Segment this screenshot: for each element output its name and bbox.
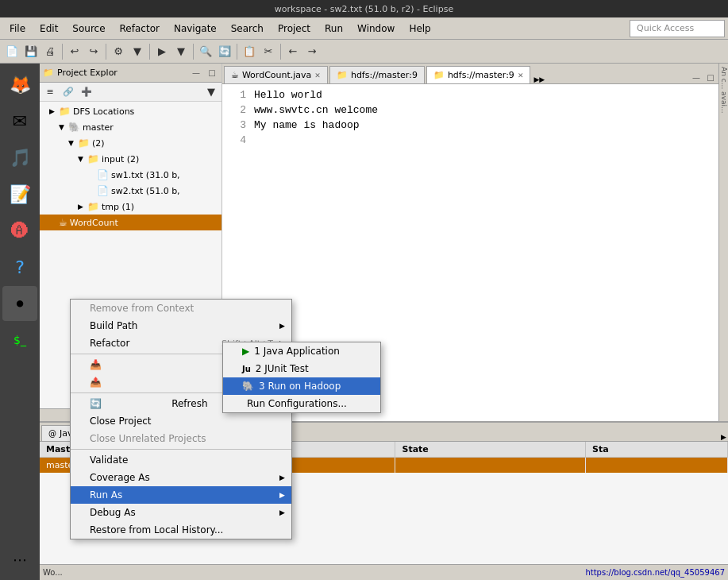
tab-hdfs1[interactable]: 📁 hdfs://master:9 [329,66,425,83]
ctx-restore[interactable]: Restore from Local History... [71,521,291,539]
toolbar-btn11[interactable]: 📋 [241,43,258,60]
ctx-remove-context[interactable]: Remove from Context [71,300,291,317]
menu-help[interactable]: Help [403,21,437,36]
toolbar-btn3[interactable]: 🖨 [41,43,59,60]
ctx-validate[interactable]: Validate [71,451,291,469]
quick-access[interactable]: Quick Access [630,20,725,37]
tree-dfs[interactable]: ▶ 📁 DFS Locations [40,103,221,119]
menu-search[interactable]: Search [225,21,270,36]
toolbar-btn5[interactable]: ↪ [85,43,102,60]
link-editor-btn[interactable]: 🔗 [60,83,77,101]
line-numbers: 1 2 3 4 [222,87,251,148]
toolbar-btn2[interactable]: 💾 [22,43,40,60]
cell-state [395,458,586,474]
toolbar-forward-btn[interactable]: → [303,43,321,60]
menu-bar: File Edit Source Refactor Navigate Searc… [0,17,728,40]
sidebar-writer[interactable]: 📝 [2,176,37,211]
project-icon: 📁 [43,68,54,79]
tree-wordcount[interactable]: ☕ WordCount [40,215,221,230]
menu-file[interactable]: File [3,21,32,36]
toolbar-sep2 [106,44,106,60]
ctx-debug-as[interactable]: Debug As ▶ [71,504,291,521]
status-bar: Wo... https://blog.csdn.net/qq_45059467 [40,564,728,580]
tab-hdfs1-icon: 📁 [337,70,348,80]
minimize-btn[interactable]: — [190,67,202,79]
run-as-submenu: ▶ 1 Java Application Ju 2 JUnit Test 🐘 3… [222,342,381,413]
menu-refactor[interactable]: Refactor [114,21,166,36]
tree-tmp[interactable]: ▶ 📁 tmp (1) [40,199,221,215]
tree-root2[interactable]: ▼ 📁 (2) [40,135,221,151]
project-explorer-header: 📁 Project Explor — □ [40,64,221,83]
title-text: workspace - sw2.txt (51.0 b, r2) - Eclip… [275,4,453,14]
tab-overflow[interactable]: ▶▶ [533,75,545,83]
right-panel: An c... avai... [718,64,728,421]
maximize-btn[interactable]: □ [206,67,218,79]
view-menu-btn[interactable]: ▼ [202,83,220,101]
submenu-hadoop[interactable]: 🐘 3 Run on Hadoop [223,377,380,395]
right-panel-label[interactable]: An c... avai... [720,64,728,114]
tab-javadoc-icon: @ [48,429,56,438]
menu-run[interactable]: Run [318,21,349,36]
title-bar: workspace - sw2.txt (51.0 b, r2) - Eclip… [0,0,728,17]
toolbar-new-btn[interactable]: 📄 [3,43,21,60]
toolbar-sep4 [193,44,194,60]
tree-master[interactable]: ▼ 🐘 master [40,119,221,135]
project-explorer-title: Project Explor [57,68,187,78]
tab-wordcount-label: WordCount.java [242,70,311,80]
ctx-sep3 [71,449,291,450]
sidebar-help[interactable]: ? [2,249,37,284]
tree-input[interactable]: ▼ 📁 input (2) [40,151,221,167]
status-link[interactable]: https://blog.csdn.net/qq_45059467 [585,568,725,577]
collapse-all-btn[interactable]: ≡ [41,83,59,101]
menu-project[interactable]: Project [272,21,317,36]
menu-navigate[interactable]: Navigate [168,21,223,36]
editor-tab-bar: ☕ WordCount.java ✕ 📁 hdfs://master:9 📁 h… [222,64,718,84]
toolbar-run-btn[interactable]: ▶ [153,43,171,60]
menu-source[interactable]: Source [66,21,111,36]
ctx-close-project[interactable]: Close Project [71,412,291,430]
junit-icon: Ju [242,365,251,373]
ctx-run-as[interactable]: Run As ▶ [71,486,291,504]
toolbar-btn7[interactable]: ▼ [129,43,146,60]
toolbar-btn4[interactable]: ↩ [66,43,83,60]
sidebar-eclipse[interactable]: ⚫ [2,286,37,321]
toolbar-btn9[interactable]: 🔍 [197,43,214,60]
toolbar-btn6[interactable]: ⚙ [110,43,127,60]
sidebar-firefox[interactable]: 🦊 [2,67,37,102]
sidebar-terminal[interactable]: $_ [2,323,37,358]
tree-sw1[interactable]: 📄 sw1.txt (31.0 b, [40,167,221,183]
submenu-junit[interactable]: Ju 2 JUnit Test [223,360,380,377]
toolbar-sep6 [280,44,281,60]
menu-window[interactable]: Window [351,21,401,36]
editor-min-btn[interactable]: — [690,71,703,83]
tab-wordcount-close[interactable]: ✕ [314,72,321,79]
menu-edit[interactable]: Edit [33,21,64,36]
toolbar: 📄 💾 🖨 ↩ ↪ ⚙ ▼ ▶ ▼ 🔍 🔄 📋 ✂ ← → [0,40,728,64]
context-menu: Remove from Context Build Path ▶ Refacto… [70,299,292,539]
tab-wordcount[interactable]: ☕ WordCount.java ✕ [224,66,328,83]
sidebar-apps[interactable]: ⋯ [2,542,37,577]
toolbar-btn10[interactable]: 🔄 [216,43,233,60]
editor-max-btn[interactable]: □ [704,71,717,83]
toolbar-btn12[interactable]: ✂ [260,43,277,60]
tab-hdfs2-close[interactable]: ✕ [518,72,524,79]
toolbar-back-btn[interactable]: ← [284,43,302,60]
sidebar-music[interactable]: 🎵 [2,140,37,175]
bottom-right-btn[interactable]: ▶ [721,433,726,441]
new-btn[interactable]: ➕ [78,83,95,101]
submenu-run-configs[interactable]: Run Configurations... [223,395,380,412]
tree-sw2[interactable]: 📄 sw2.txt (51.0 b, [40,183,221,199]
editor-controls: — □ [690,71,717,83]
ctx-coverage-as[interactable]: Coverage As ▶ [71,469,291,486]
tab-hdfs2[interactable]: 📁 hdfs://master:9 ✕ [426,66,531,83]
toolbar-sep3 [149,44,150,60]
sidebar-appstore[interactable]: 🅐 [2,213,37,248]
toolbar-sep1 [62,44,63,60]
submenu-java-app[interactable]: ▶ 1 Java Application [223,342,380,360]
tab-hdfs2-label: hdfs://master:9 [448,70,514,80]
ctx-build-path[interactable]: Build Path ▶ [71,317,291,334]
sidebar-email[interactable]: ✉ [2,103,37,138]
tab-wordcount-icon: ☕ [231,70,239,80]
tab-hdfs2-icon: 📁 [433,70,445,80]
toolbar-run-dropdown[interactable]: ▼ [172,43,190,60]
